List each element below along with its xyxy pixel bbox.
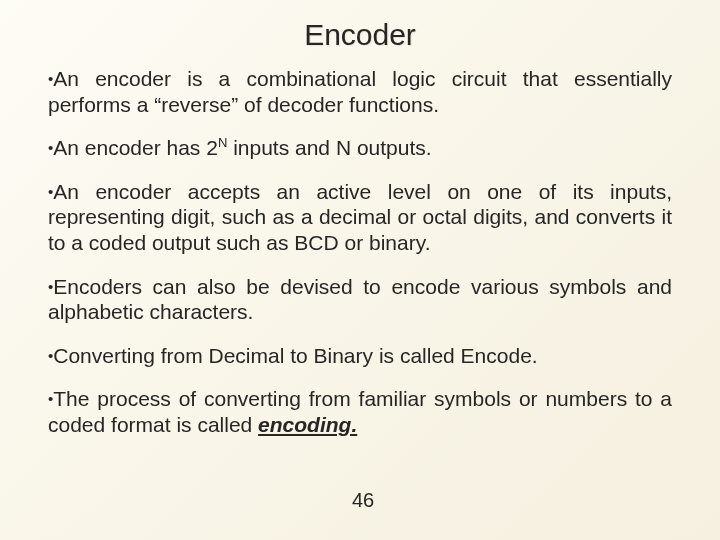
bullet-6: •The process of converting from familiar… — [48, 386, 672, 437]
bullet-6-em: encoding. — [258, 413, 357, 436]
bullet-3: •An encoder accepts an active level on o… — [48, 179, 672, 256]
slide-title: Encoder — [48, 18, 672, 52]
bullet-2-post: inputs and N outputs. — [227, 136, 431, 159]
bullet-1: •An encoder is a combinational logic cir… — [48, 66, 672, 117]
bullet-5: •Converting from Decimal to Binary is ca… — [48, 343, 672, 369]
bullet-6-pre: The process of converting from familiar … — [48, 387, 672, 436]
bullet-2-sup: N — [218, 135, 227, 150]
bullet-2-pre: An encoder has 2 — [53, 136, 218, 159]
page-number: 46 — [352, 489, 374, 512]
bullet-1-text: An encoder is a combinational logic circ… — [48, 67, 672, 116]
bullet-5-text: Converting from Decimal to Binary is cal… — [53, 344, 537, 367]
bullet-3-text: An encoder accepts an active level on on… — [48, 180, 672, 254]
slide: Encoder •An encoder is a combinational l… — [0, 0, 720, 540]
bullet-2: •An encoder has 2N inputs and N outputs. — [48, 135, 672, 161]
bullet-4: •Encoders can also be devised to encode … — [48, 274, 672, 325]
bullet-4-text: Encoders can also be devised to encode v… — [48, 275, 672, 324]
